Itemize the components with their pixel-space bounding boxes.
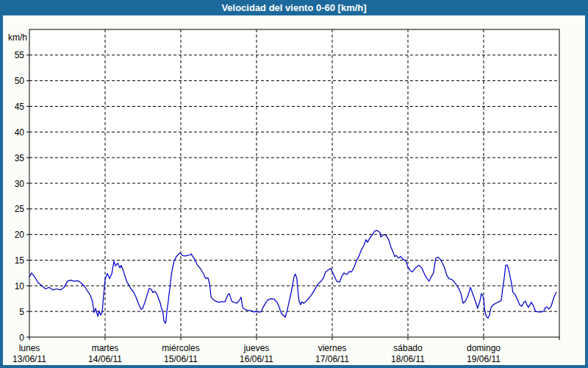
day-date-label: 17/06/11 [315, 354, 349, 364]
day-name-label: martes [92, 343, 119, 353]
y-tick-label: 25 [15, 204, 25, 214]
day-date-label: 15/06/11 [164, 354, 198, 364]
y-tick-label: 35 [15, 153, 25, 163]
y-tick-label: 10 [15, 281, 25, 291]
day-date-label: 19/06/11 [467, 354, 501, 364]
day-date-label: 13/06/11 [12, 354, 46, 364]
y-tick-label: 50 [15, 76, 25, 86]
day-name-label: jueves [243, 343, 270, 353]
day-date-label: 14/06/11 [88, 354, 122, 364]
day-name-label: sábado [393, 343, 423, 353]
y-tick-label: 55 [15, 50, 25, 60]
day-name-label: miércoles [162, 343, 199, 353]
y-tick-label: 0 [19, 333, 24, 343]
day-name-label: domingo [467, 343, 501, 353]
y-tick-label: 45 [15, 102, 25, 112]
day-name-label: viernes [318, 343, 347, 353]
y-tick-label: 5 [19, 307, 24, 317]
y-tick-label: 15 [15, 255, 25, 266]
day-date-label: 18/06/11 [391, 354, 425, 364]
wind-speed-widget: { "header": { "title": "Velocidad del vi… [0, 0, 588, 368]
y-tick-label: 20 [15, 230, 25, 240]
y-tick-label: 30 [15, 179, 25, 189]
y-tick-label: 40 [15, 127, 25, 138]
wind-speed-chart: 0510152025303540455055lunes13/06/11marte… [0, 0, 588, 368]
day-name-label: lunes [19, 343, 40, 353]
y-axis-unit-label: km/h [8, 32, 27, 43]
day-date-label: 16/06/11 [240, 354, 273, 364]
